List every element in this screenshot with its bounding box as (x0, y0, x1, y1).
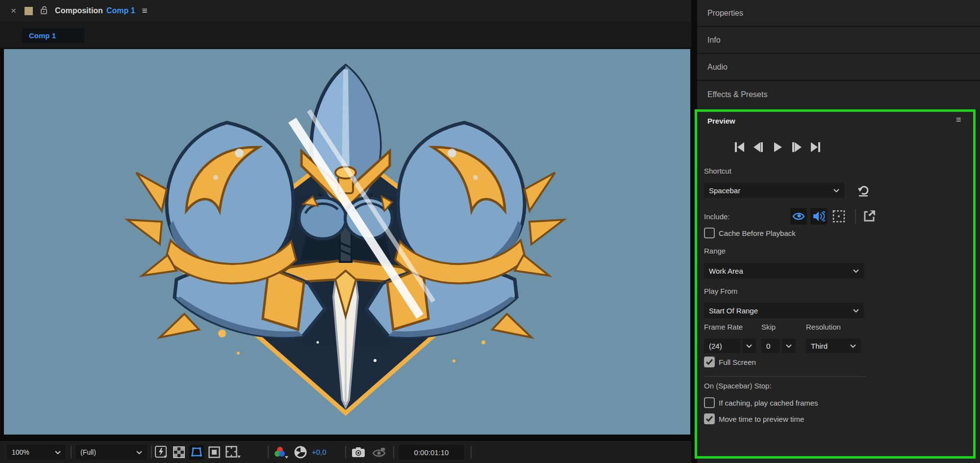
include-separator (855, 209, 856, 224)
skip-value[interactable]: 0 (761, 338, 780, 353)
show-channel-icon[interactable] (273, 445, 290, 460)
tab-comp-1[interactable]: Comp 1 (22, 28, 84, 43)
frame-rate-chevron[interactable] (742, 338, 756, 353)
toolbar-separator (151, 446, 152, 459)
skip-label: Skip (761, 323, 776, 331)
panel-menu-icon[interactable]: ≡ (142, 5, 147, 16)
include-video-icon[interactable] (790, 208, 807, 225)
fast-previews-icon[interactable] (154, 445, 169, 460)
last-frame-button[interactable] (810, 141, 822, 153)
full-screen-checkbox[interactable] (704, 357, 715, 367)
panel-tab-audio[interactable]: Audio (697, 54, 980, 81)
first-frame-button[interactable] (733, 141, 745, 153)
move-time-label: Move time to preview time (719, 415, 804, 423)
panel-tab-effects-presets[interactable]: Effects & Presets (697, 81, 980, 108)
preview-panel-title[interactable]: Preview (707, 117, 735, 125)
active-comp-name[interactable]: Comp 1 (106, 6, 135, 15)
frame-rate-value[interactable]: (24) (704, 338, 740, 353)
preview-panel-menu-icon[interactable]: ≡ (956, 115, 961, 125)
viewer-tab-strip: Comp 1 (0, 22, 691, 49)
toolbar-separator (268, 446, 269, 459)
include-audio-icon[interactable] (810, 208, 827, 225)
mask-shape-visibility-icon[interactable] (189, 445, 204, 460)
frame-rate-label: Frame Rate (704, 323, 743, 331)
shortcut-label: Shortcut (704, 167, 731, 175)
primary-viewer-icon[interactable] (863, 209, 877, 225)
toolbar-separator (393, 446, 394, 459)
shortcut-dropdown[interactable]: Spacebar (704, 182, 844, 198)
playback-controls (733, 141, 822, 153)
toolbar-separator (471, 446, 472, 459)
grid-guide-options-icon[interactable] (225, 445, 242, 460)
magnification-dropdown[interactable]: 100% (7, 445, 66, 460)
move-time-checkbox[interactable] (704, 413, 715, 424)
play-from-dropdown[interactable]: Start Of Range (704, 303, 864, 318)
toolbar-separator (71, 446, 72, 459)
range-label: Range (704, 247, 726, 255)
reset-icon[interactable] (857, 183, 870, 199)
viewer-toolbar: 100% (Full) (0, 439, 691, 463)
resolution-preview-dropdown[interactable]: Third (806, 338, 861, 353)
if-caching-label: If caching, play cached frames (719, 399, 818, 407)
panel-tab-info[interactable]: Info (697, 27, 980, 54)
cache-before-playback-label: Cache Before Playback (719, 229, 796, 237)
cache-before-playback-checkbox[interactable] (704, 228, 715, 238)
skip-chevron[interactable] (782, 338, 796, 353)
previous-frame-button[interactable] (753, 141, 764, 153)
if-caching-checkbox[interactable] (704, 397, 715, 408)
unlock-icon[interactable] (41, 6, 48, 16)
exposure-offset-value[interactable]: +0,0 (312, 448, 327, 456)
preview-time-field[interactable]: 0:00:01:10 (399, 445, 464, 460)
full-screen-label: Full Screen (719, 358, 756, 366)
panel-tab-properties[interactable]: Properties (697, 0, 980, 27)
panel-color-swatch (25, 7, 33, 15)
section-divider (704, 376, 866, 377)
resolution-dropdown[interactable]: (Full) (75, 445, 147, 460)
toolbar-separator (345, 446, 346, 459)
take-snapshot-icon[interactable] (351, 445, 366, 460)
transparency-grid-icon[interactable] (172, 445, 186, 460)
preview-panel: Preview ≡ Shortcut Spacebar Include: (695, 109, 976, 459)
show-snapshot-icon[interactable] (372, 445, 386, 460)
on-stop-label: On (Spacebar) Stop: (704, 382, 772, 390)
next-frame-button[interactable] (791, 141, 803, 153)
resolution-label: Resolution (806, 323, 841, 331)
composition-panel-header: × Composition Comp 1 ≡ (0, 0, 691, 22)
panel-title: Composition (55, 6, 103, 15)
range-dropdown[interactable]: Work Area (704, 263, 864, 279)
close-panel-icon[interactable]: × (11, 5, 16, 16)
play-from-label: Play From (704, 287, 737, 295)
adjust-exposure-icon[interactable] (293, 445, 308, 460)
include-overlays-icon[interactable] (830, 208, 847, 225)
include-label: Include: (704, 212, 730, 221)
region-of-interest-icon[interactable] (207, 445, 222, 460)
play-button[interactable] (772, 141, 783, 153)
composition-viewport[interactable] (4, 49, 690, 435)
knight-emblem-illustration (4, 49, 690, 435)
